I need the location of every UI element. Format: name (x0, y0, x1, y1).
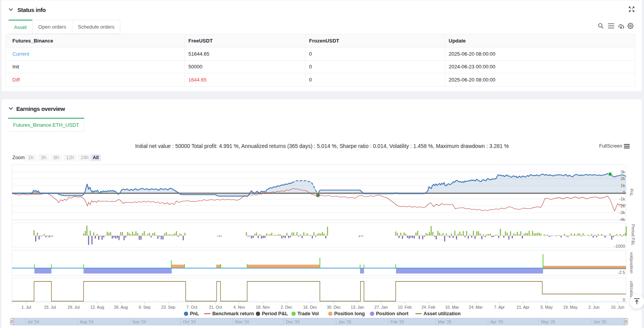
svg-text:12. Aug: 12. Aug (91, 305, 104, 309)
svg-text:16. Dec: 16. Dec (303, 305, 317, 309)
svg-text:21. Apr: 21. Apr (517, 305, 530, 309)
svg-text:Asset utilization: Asset utilization (424, 311, 461, 316)
svg-text:27. Jan: 27. Jan (374, 305, 388, 309)
svg-text:30. Dec: 30. Dec (327, 305, 341, 309)
svg-text:2. Jun: 2. Jun (588, 305, 600, 309)
svg-text:Trade Vol: Trade Vol (297, 311, 319, 316)
svg-text:May '25: May '25 (541, 320, 555, 324)
svg-text:2k: 2k (620, 176, 625, 181)
svg-text:19. May: 19. May (563, 305, 578, 309)
svg-text:Position long: Position long (334, 311, 365, 316)
svg-text:18. Nov: 18. Nov (256, 305, 270, 309)
svg-text:Sep '24: Sep '24 (132, 320, 146, 324)
svg-text:Dec '24: Dec '24 (286, 320, 299, 324)
svg-text:2. Dec: 2. Dec (281, 305, 292, 309)
svg-text:Nov '24: Nov '24 (235, 320, 249, 324)
svg-text:10. Mar: 10. Mar (445, 305, 459, 309)
svg-text:Benchmark return: Benchmark return (212, 311, 254, 316)
svg-text:-2.5: -2.5 (618, 270, 625, 275)
svg-text:5. May: 5. May (541, 305, 553, 309)
svg-text:0: 0 (623, 297, 625, 302)
svg-text:Period P&L: Period P&L (262, 311, 288, 316)
svg-text:Oct '24: Oct '24 (183, 320, 196, 324)
svg-text:Feb '25: Feb '25 (391, 320, 404, 324)
svg-text:-2k: -2k (619, 204, 625, 208)
svg-text:10. Feb: 10. Feb (398, 305, 412, 309)
svg-text:4. Nov: 4. Nov (233, 305, 245, 309)
svg-text:16. Jun: 16. Jun (611, 305, 625, 309)
svg-text:0: 0 (623, 190, 625, 195)
svg-text:7. Oct: 7. Oct (186, 305, 197, 309)
svg-text:-4k: -4k (619, 217, 625, 222)
svg-text:9. Sep: 9. Sep (139, 305, 151, 309)
svg-text:21. Oct: 21. Oct (209, 305, 222, 309)
svg-text:24. Feb: 24. Feb (422, 305, 436, 309)
svg-text:Jun '25: Jun '25 (593, 320, 606, 324)
svg-text:Period P&L: Period P&L (631, 224, 635, 246)
svg-text:Jan '25: Jan '25 (338, 320, 352, 324)
svg-text:1. Jul: 1. Jul (21, 305, 31, 309)
svg-text:-1k: -1k (619, 197, 625, 201)
svg-text:Jul '24: Jul '24 (27, 320, 39, 324)
svg-text:Apr '25: Apr '25 (490, 320, 503, 324)
svg-text:Mar '25: Mar '25 (438, 320, 451, 324)
svg-text:7. Apr: 7. Apr (494, 305, 505, 309)
svg-text:-1000: -1000 (614, 244, 625, 248)
svg-text:15. Jul: 15. Jul (44, 305, 56, 309)
svg-text:PnL: PnL (629, 189, 634, 196)
svg-text:Position short: Position short (376, 311, 409, 316)
svg-text:23. Sep: 23. Sep (161, 305, 175, 309)
svg-text:24. Mar: 24. Mar (469, 305, 483, 309)
svg-text:13. Jan: 13. Jan (351, 305, 364, 309)
svg-text:vol/position: vol/position (629, 252, 634, 273)
svg-text:Aug '24: Aug '24 (80, 320, 93, 324)
svg-text:1k: 1k (620, 183, 625, 188)
svg-text:3k: 3k (620, 170, 625, 174)
svg-text:PnL: PnL (190, 311, 199, 316)
svg-text:29. Jul: 29. Jul (68, 305, 80, 309)
svg-text:-3k: -3k (619, 210, 625, 215)
svg-text:26. Aug: 26. Aug (114, 305, 128, 309)
